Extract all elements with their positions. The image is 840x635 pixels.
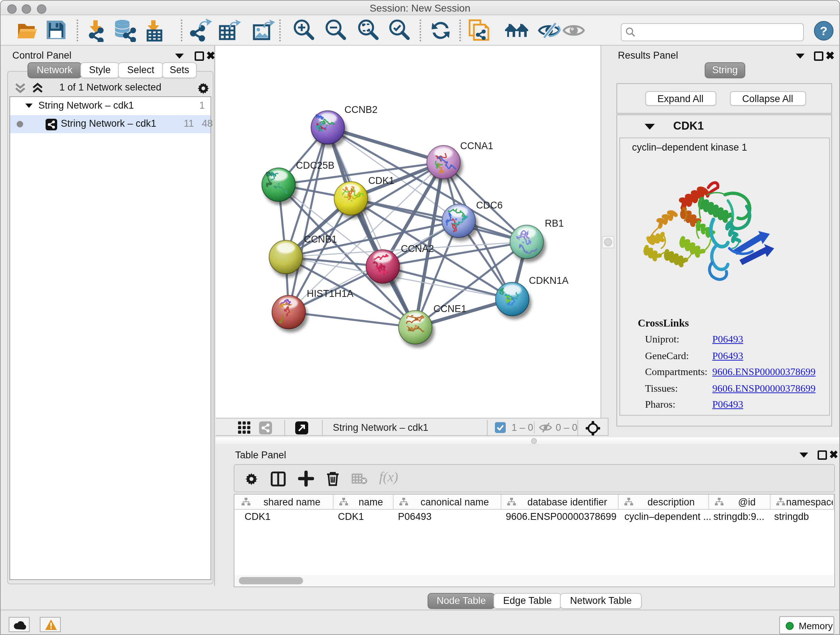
- svg-text:CDC25B: CDC25B: [296, 160, 335, 171]
- svg-text:CCNE1: CCNE1: [433, 303, 467, 314]
- svg-text:RB1: RB1: [545, 218, 564, 229]
- svg-text:CCNB1: CCNB1: [304, 234, 337, 245]
- svg-text:CCNB2: CCNB2: [344, 104, 378, 115]
- svg-text:CDK1: CDK1: [368, 175, 394, 186]
- svg-text:CCNA1: CCNA1: [460, 141, 493, 151]
- svg-text:CDC6: CDC6: [476, 200, 503, 211]
- svg-text:HIST1H1A: HIST1H1A: [307, 288, 354, 299]
- svg-text:CDKN1A: CDKN1A: [529, 275, 569, 286]
- svg-text:CCNA2: CCNA2: [401, 243, 434, 254]
- svg-text:?: ?: [820, 24, 828, 38]
